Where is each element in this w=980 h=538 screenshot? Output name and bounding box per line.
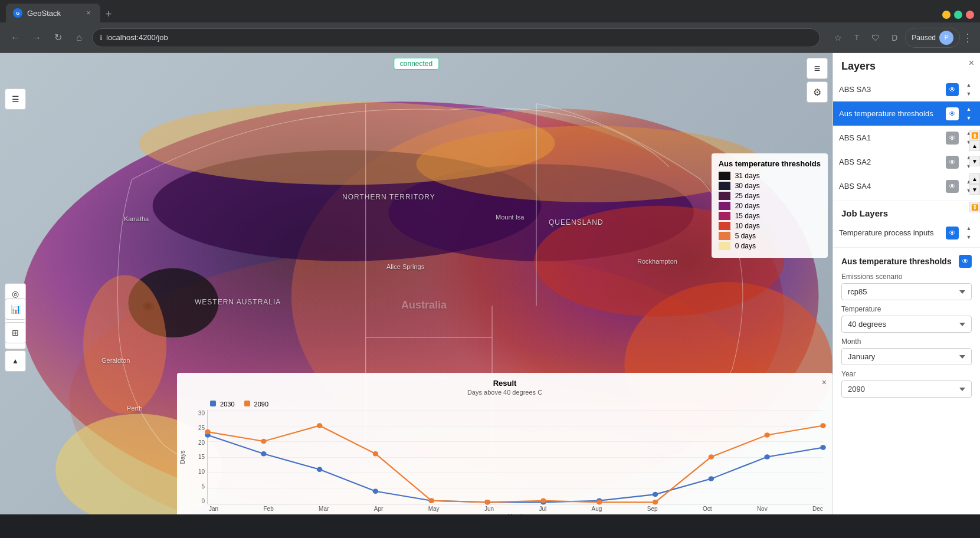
job-layer-visibility-temp-process[interactable]: 👁 bbox=[946, 227, 959, 240]
settings-visibility-button[interactable]: 👁 bbox=[959, 255, 972, 268]
layers-toggle-button[interactable]: ≡ bbox=[807, 58, 828, 79]
layer-visibility-abs-sa4[interactable]: 👁 bbox=[946, 180, 959, 193]
year-label: Year bbox=[841, 370, 972, 378]
dashlane-icon[interactable]: D bbox=[886, 29, 903, 46]
job-layer-temp-process[interactable]: Temperature process inputs 👁 ▲ ▼ bbox=[833, 221, 980, 245]
layer-name-abs-sa3: ABS SA3 bbox=[839, 85, 942, 94]
window-maximize-button[interactable] bbox=[954, 11, 962, 19]
browser-tab[interactable]: G GeoStack × bbox=[6, 4, 100, 22]
layer-up-abs-sa3[interactable]: ▲ bbox=[963, 81, 974, 89]
url-display: localhost:4200/job bbox=[106, 33, 168, 42]
divider-2 bbox=[833, 247, 980, 248]
legend-item-6: 5 days bbox=[719, 232, 821, 240]
legend-dot-2030 bbox=[210, 401, 216, 406]
layer-item-abs-sa4[interactable]: ABS SA4 👁 ▲ ▼ bbox=[833, 174, 980, 198]
chart-close-button[interactable]: × bbox=[822, 378, 827, 387]
map-legend: Aus temperature thresholds 31 days 30 da… bbox=[712, 153, 828, 258]
legend-2030: 2030 bbox=[210, 401, 235, 408]
scroll-down2-button[interactable]: ▼ bbox=[969, 184, 980, 195]
translate-icon[interactable]: T bbox=[848, 29, 865, 46]
temperature-dropdown[interactable]: 35 degrees 40 degrees 45 degrees bbox=[841, 316, 972, 333]
job-layers-title: Job Layers bbox=[833, 204, 980, 221]
layer-down-aus-temp[interactable]: ▼ bbox=[963, 114, 974, 122]
x-label-feb: Feb bbox=[264, 506, 274, 512]
tab-favicon: G bbox=[13, 8, 22, 18]
layer-item-abs-sa1[interactable]: ABS SA1 👁 ▲ ▼ bbox=[833, 126, 980, 150]
chart-y-axis: Days 30 25 20 15 10 5 0 bbox=[186, 410, 207, 504]
dot-2090-0 bbox=[205, 429, 210, 434]
legend-swatch-7 bbox=[719, 242, 730, 250]
forward-button[interactable]: → bbox=[28, 29, 45, 46]
legend-item-7: 0 days bbox=[719, 242, 821, 250]
job-layer-up-temp-process[interactable]: ▲ bbox=[963, 224, 974, 232]
layer-name-abs-sa4: ABS SA4 bbox=[839, 182, 942, 191]
layer-down-abs-sa3[interactable]: ▼ bbox=[963, 90, 974, 98]
dot-2090-8 bbox=[653, 500, 658, 504]
layer-visibility-aus-temp[interactable]: 👁 bbox=[946, 107, 959, 120]
address-bar-row: ← → ↻ ⌂ ℹ localhost:4200/job ☆ T 🛡 D Pau… bbox=[0, 22, 980, 53]
settings-section-header: Aus temperature thresholds 👁 bbox=[841, 255, 972, 268]
layers-panel-title: Layers bbox=[833, 53, 980, 77]
layer-visibility-abs-sa2[interactable]: 👁 bbox=[946, 156, 959, 169]
x-label-oct: Oct bbox=[703, 506, 712, 512]
reload-button[interactable]: ↻ bbox=[50, 29, 66, 46]
grid-button[interactable]: ⊞ bbox=[5, 322, 26, 343]
paused-button[interactable]: Paused P bbox=[905, 28, 960, 48]
home-button[interactable]: ⌂ bbox=[71, 29, 87, 46]
legend-dot-2090 bbox=[244, 401, 250, 406]
shield-icon[interactable]: 🛡 bbox=[867, 29, 884, 46]
year-dropdown[interactable]: 2030 2060 2090 bbox=[841, 380, 972, 398]
layer-item-abs-sa3[interactable]: ABS SA3 👁 ▲ ▼ bbox=[833, 77, 980, 101]
legend-label-4: 15 days bbox=[735, 212, 760, 220]
menu-button[interactable]: ☰ bbox=[5, 88, 26, 110]
job-layer-arrows-temp-process: ▲ ▼ bbox=[963, 224, 974, 241]
stats-button[interactable]: 📊 bbox=[5, 298, 26, 320]
browser-menu-button[interactable]: ⋮ bbox=[962, 31, 973, 44]
layer-visibility-abs-sa3[interactable]: 👁 bbox=[946, 83, 959, 96]
dot-2090-6 bbox=[540, 498, 546, 503]
scroll-spacer-1 bbox=[969, 151, 980, 156]
y-label-30: 30 bbox=[198, 410, 205, 416]
scroll-bottom-button[interactable]: ⏬ bbox=[969, 202, 980, 212]
scroll-up-button[interactable]: ▲ bbox=[969, 140, 980, 151]
y-label-15: 15 bbox=[198, 454, 205, 460]
emissions-dropdown[interactable]: rcp85 rcp45 bbox=[841, 283, 972, 300]
divider-1 bbox=[833, 201, 980, 201]
layer-item-abs-sa2[interactable]: ABS SA2 👁 ▲ ▼ bbox=[833, 150, 980, 174]
dot-2090-4 bbox=[429, 498, 434, 503]
settings-button[interactable]: ⚙ bbox=[807, 81, 828, 103]
dot-2030-11 bbox=[820, 445, 825, 450]
back-button[interactable]: ← bbox=[7, 29, 24, 46]
legend-title: Aus temperature thresholds bbox=[719, 159, 821, 168]
legend-label-2030: 2030 bbox=[220, 401, 234, 408]
tab-close-button[interactable]: × bbox=[84, 8, 93, 18]
chart-svg bbox=[208, 410, 823, 504]
scroll-top-button[interactable]: ⏫ bbox=[969, 130, 980, 140]
new-tab-button[interactable]: + bbox=[100, 6, 117, 22]
north-button[interactable]: ▲ bbox=[5, 350, 26, 372]
panel-close-button[interactable]: × bbox=[969, 58, 974, 68]
chart-legend: 2030 2090 bbox=[210, 401, 823, 408]
layer-item-aus-temp[interactable]: Aus temperature thresholds 👁 ▲ ▼ bbox=[833, 101, 980, 126]
window-close-button[interactable] bbox=[966, 11, 974, 19]
address-field[interactable]: ℹ localhost:4200/job bbox=[92, 28, 820, 47]
scroll-down-button[interactable]: ▼ bbox=[969, 156, 980, 166]
scroll-up2-button[interactable]: ▲ bbox=[969, 173, 980, 184]
job-layer-down-temp-process[interactable]: ▼ bbox=[963, 233, 974, 241]
dot-2090-7 bbox=[596, 500, 602, 504]
x-label-may: May bbox=[428, 506, 440, 512]
window-minimize-button[interactable] bbox=[942, 11, 950, 19]
emissions-label: Emissions scenario bbox=[841, 273, 972, 281]
x-label-jun: Jun bbox=[484, 506, 494, 512]
layer-arrows-aus-temp: ▲ ▼ bbox=[963, 105, 974, 122]
x-label-dec: Dec bbox=[812, 506, 823, 512]
month-dropdown[interactable]: January February March April May June Ju… bbox=[841, 348, 972, 365]
layer-visibility-abs-sa1[interactable]: 👁 bbox=[946, 132, 959, 145]
bookmark-icon[interactable]: ☆ bbox=[830, 29, 846, 46]
dot-2030-3 bbox=[373, 489, 378, 494]
legend-swatch-5 bbox=[719, 222, 730, 230]
x-axis-labels: Jan Feb Mar Apr May Jun Jul Aug Sep Oct … bbox=[209, 506, 823, 512]
y-axis-label: Days bbox=[179, 451, 186, 464]
svg-point-9 bbox=[83, 275, 166, 414]
layer-up-aus-temp[interactable]: ▲ bbox=[963, 105, 974, 113]
